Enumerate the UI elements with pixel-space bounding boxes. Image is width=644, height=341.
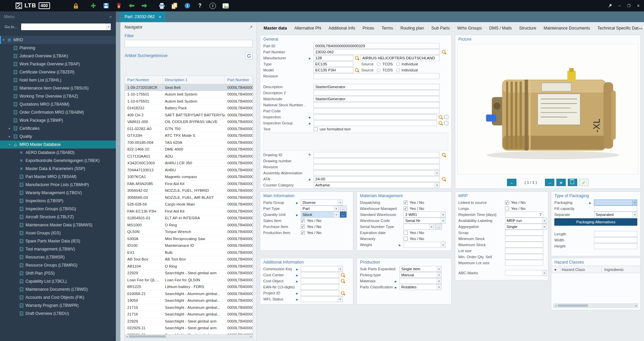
table-row[interactable]: EX1 Bulb 0000LTB4000000000000 <box>125 249 253 256</box>
table-row[interactable]: 0141823J Battery Pack 0000LTB40000000000… <box>125 105 253 112</box>
column-header[interactable]: Part Number <box>225 76 253 84</box>
column-header[interactable]: Part Number <box>125 76 163 84</box>
inspection-input[interactable] <box>314 114 437 120</box>
link-arrow-icon[interactable] <box>296 213 298 217</box>
form-tab[interactable]: Maintenance Documents <box>540 26 594 31</box>
link-arrow-icon[interactable] <box>309 121 311 125</box>
counter-category-select[interactable]: Airframe <box>314 182 440 188</box>
table-row[interactable]: QL50N Torque Wrench 0000LTB4000000000000 <box>125 229 253 236</box>
separate-select[interactable]: Separated <box>594 212 637 218</box>
table-row[interactable]: X342C60C1003 AHRU LCR 350 0000LTB4000000… <box>125 160 253 167</box>
part-code-input[interactable] <box>314 108 440 114</box>
table-row[interactable]: 21716 Searchlight - Aluminum gimbal... 0… <box>125 311 253 318</box>
table-row[interactable]: C17133AA01 ADU 0000LTB4000000000000 <box>125 153 253 160</box>
minimize-icon[interactable] <box>616 3 623 9</box>
sidebar-item[interactable]: Maintenance Master Data (LTBMWS) <box>0 221 116 229</box>
sidebar-item[interactable]: Hold Item List (LTBHIL) <box>0 76 116 84</box>
revision2-input[interactable] <box>314 164 440 170</box>
search-icon[interactable] <box>438 121 443 125</box>
table-row[interactable]: 19059 Searchlight - Aluminum gimbal... 0… <box>125 297 253 304</box>
form-tab[interactable]: DMS / Mails <box>486 26 515 31</box>
add-drawing-icon[interactable] <box>308 153 311 157</box>
link-arrow-icon[interactable] <box>589 201 591 205</box>
parts-classification-select[interactable]: Rotables <box>400 284 442 290</box>
search-icon[interactable] <box>340 273 345 277</box>
sidebar-item[interactable]: Order Confirmation MRO (LTBABM) <box>0 108 116 116</box>
sidebar-item[interactable]: Inspections (LTBISP) <box>0 197 116 205</box>
table-row[interactable]: 1-10-175501 Autom belt System 0000LTB400… <box>125 91 253 98</box>
sidebar-item[interactable]: Inspection Groups (LTBISG) <box>0 205 116 213</box>
tabs-scroll-left-icon[interactable] <box>639 26 640 30</box>
table-row[interactable]: 528-028-55 Cargo Hook Main 0000LTB400000… <box>125 201 253 208</box>
table-row[interactable]: AB Tool Box AB Tool Box 0000LTB400000000… <box>125 256 253 263</box>
print-icon[interactable] <box>157 1 166 10</box>
link-arrow-icon[interactable] <box>395 279 397 283</box>
search-icon[interactable] <box>355 56 359 60</box>
quantity-unit-select[interactable]: Stück <box>301 212 339 218</box>
sidebar-item[interactable]: Part Master MRO (LTBSAM) <box>0 173 116 181</box>
aggregation-select[interactable]: Single <box>505 224 547 230</box>
table-row[interactable]: MS1000 O Ring 0000LTB4000000000000 <box>125 222 253 229</box>
pin-icon[interactable] <box>607 3 613 9</box>
sidebar-item[interactable]: Resource Groups (LTBMRG) <box>0 261 116 269</box>
warehouse-managed-checkbox[interactable] <box>404 207 408 211</box>
scrollbar-thumb[interactable] <box>129 335 166 338</box>
table-row[interactable]: AB1104 O Ring 0000LTB4000000000000 <box>125 263 253 270</box>
dispatching-checkbox[interactable] <box>404 201 408 205</box>
table-row[interactable]: VA8611-000 OIL COOLER BYPASS VALVE 0000L… <box>125 119 253 126</box>
revision-input[interactable] <box>314 73 440 79</box>
pin-icon[interactable] <box>249 25 253 30</box>
table-row[interactable]: 022929-11 Searchlight - Steel gimbal arm… <box>125 325 253 332</box>
width-input[interactable] <box>594 237 637 243</box>
model-input[interactable]: EC135 P3H <box>314 67 353 73</box>
tab-close-icon[interactable] <box>159 14 162 19</box>
form-tab[interactable]: Additional Info <box>325 26 359 31</box>
part-type-select[interactable]: Part <box>301 206 339 212</box>
quantity-unit-more-button[interactable]: ... <box>340 212 347 218</box>
search-icon[interactable] <box>438 115 443 119</box>
warehouse-code-select[interactable]: Serial Nr <box>404 218 446 224</box>
table-row[interactable]: 704A47133013 AHRU 0000LTB4000000000000 <box>125 167 253 174</box>
fill-capacity-input[interactable] <box>594 206 637 212</box>
table-row[interactable]: FAK-MSN2085 First Aid Kit 0000LTB4000000… <box>125 180 253 187</box>
part-number-input[interactable]: 23032-062 <box>314 49 440 55</box>
save-icon[interactable] <box>102 1 110 10</box>
sidebar-item[interactable]: Tool management (LTBWV) <box>0 245 116 253</box>
next-picture-button[interactable] <box>545 179 554 186</box>
table-row[interactable]: ID100 Maintenanace ID 0000LTB40000000000… <box>125 242 253 249</box>
description2-input[interactable] <box>314 90 440 96</box>
sidebar-item[interactable]: Aircraft Structure (LTBLFZ) <box>0 213 116 221</box>
sidebar-item[interactable]: Quality <box>0 132 116 140</box>
form-tab[interactable]: Alternative PN <box>290 26 325 31</box>
image-icon[interactable] <box>221 1 230 10</box>
inspection-group-checkbox[interactable] <box>444 121 448 125</box>
lock-icon[interactable] <box>72 1 80 10</box>
info-icon[interactable] <box>183 1 192 10</box>
sidebar-item[interactable]: Maintenance Documents (LTBWD) <box>0 285 116 293</box>
sidebar-item[interactable]: Quotations MRO (LTBANM) <box>0 100 116 108</box>
drawing-id-input[interactable] <box>314 152 440 158</box>
sidebar-item[interactable]: Draft Overview (LTBDU) <box>0 309 116 318</box>
table-row[interactable]: 1007KCA1 Magnetic compass 0000LTB4000000… <box>125 174 253 181</box>
search-icon[interactable] <box>340 279 345 283</box>
collapse-sidebar-icon[interactable] <box>109 14 112 19</box>
search-icon[interactable] <box>442 153 446 157</box>
sidebar-item[interactable]: Exportkontrolle Genehmigungen (LTBEK) <box>0 157 116 165</box>
minimum-stock-input[interactable] <box>505 236 543 242</box>
materials-select[interactable] <box>400 278 442 284</box>
filter-header[interactable]: Filter <box>121 31 257 38</box>
height-input[interactable] <box>594 243 637 249</box>
link-arrow-icon[interactable] <box>296 273 298 277</box>
sidebar-item[interactable]: Manufacturer Price Lists (LTBMHP) <box>0 181 116 189</box>
sidebar-item[interactable]: Accounts and Cost Objects (FIK) <box>0 293 116 301</box>
column-header[interactable]: Description 1 <box>163 76 225 84</box>
table-row[interactable]: FAK-EC135 P3H First Aid Kit 0000LTB40000… <box>125 208 253 215</box>
form-tab[interactable]: Structure <box>515 26 540 31</box>
packaging-alternatives-button[interactable]: Packaging Alternatives <box>554 218 637 226</box>
sidebar-item[interactable]: Capability List (LTBCL) <box>0 277 116 285</box>
link-arrow-icon[interactable] <box>296 201 298 205</box>
search-icon[interactable] <box>442 50 446 54</box>
sidebar-item[interactable]: Warranty Program (LTBWPR) <box>0 301 116 309</box>
table-row[interactable]: S1854501-01 ELT AP-H INTEGRA 0000LTB4000… <box>125 215 253 222</box>
link-arrow-icon[interactable] <box>309 115 311 119</box>
